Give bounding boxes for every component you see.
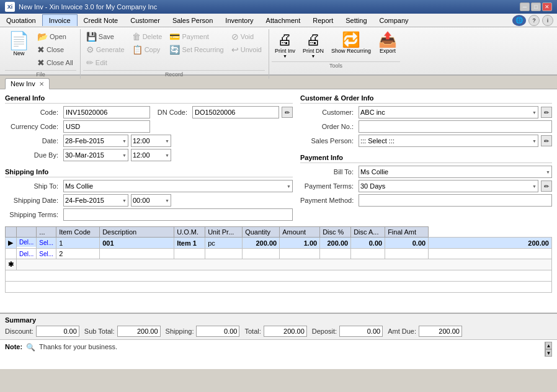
new-button[interactable]: 📄 New (5, 30, 33, 58)
col-final-amt: Final Amt (385, 227, 429, 238)
shipping-input[interactable] (196, 326, 239, 337)
print-inv-label: Print Inv (275, 48, 295, 54)
set-recurring-button[interactable]: 🔄 Set Recurring (166, 43, 226, 56)
row-sel-1[interactable]: Sel... (37, 238, 56, 249)
due-by-select[interactable]: 30-Mar-2015 (63, 149, 128, 161)
tab-new-inv[interactable]: New Inv ✕ (5, 78, 50, 89)
payment-method-input[interactable] (359, 194, 552, 207)
menu-quotation[interactable]: Quotation (0, 15, 42, 26)
ship-to-select[interactable]: Ms Collie (63, 180, 293, 192)
menu-invoice[interactable]: Invoice (42, 14, 78, 26)
delete-button[interactable]: 🗑 Delete (129, 30, 166, 43)
customer-row: Customer: ABC inc ✏ (300, 106, 552, 118)
close-window-button[interactable]: ✕ (542, 2, 552, 11)
payment-button[interactable]: 💳 Payment (166, 30, 226, 43)
add-row[interactable]: ✱ (6, 259, 552, 270)
print-inv-button[interactable]: 🖨 Print Inv ▼ (272, 30, 298, 60)
currency-input[interactable] (63, 120, 150, 133)
shipping-time-select[interactable]: 00:00 (131, 194, 171, 207)
shipping-date-select[interactable]: 24-Feb-2015 (63, 194, 128, 207)
close-all-button[interactable]: ✖ Close All (34, 56, 76, 69)
void-button[interactable]: ⊘ Void (228, 30, 265, 43)
discount-input[interactable] (36, 326, 79, 337)
total-input[interactable] (264, 326, 307, 337)
bill-to-select[interactable]: Ms Collie (359, 166, 552, 178)
code-row: Code: DN Code: ✏ (5, 106, 293, 118)
export-button[interactable]: 📤 Export (375, 30, 400, 56)
payment-method-label: Payment Method: (300, 197, 356, 204)
empty-row (6, 282, 552, 293)
amt-due-label: Amt Due: (388, 327, 416, 335)
customer-select[interactable]: ABC inc (359, 106, 538, 118)
row-del-2[interactable]: Del... (17, 249, 37, 259)
customer-edit-icon[interactable]: ✏ (541, 107, 552, 118)
minimize-button[interactable]: ─ (520, 2, 530, 11)
copy-button[interactable]: 📋 Copy (129, 43, 166, 56)
form-columns: General Info Code: DN Code: ✏ Currency C… (5, 94, 552, 223)
close-all-icon: ✖ (37, 58, 45, 68)
shipping-terms-input[interactable] (63, 208, 293, 221)
ribbon-group-tools: 🖨 Print Inv ▼ 🖨 Print DN ▼ 🔁 Show Recurr… (269, 29, 404, 70)
due-by-time-select[interactable]: 12:00 (131, 149, 171, 161)
export-icon: 📤 (378, 32, 397, 47)
dn-code-input[interactable] (192, 106, 279, 118)
sales-person-select[interactable]: ::: Select ::: (359, 135, 538, 147)
row-row-num-2: 2 (56, 249, 100, 259)
currency-label: Currency Code: (5, 123, 61, 130)
deposit-input[interactable] (339, 326, 383, 337)
scroll-up-button[interactable]: ▲ (545, 342, 552, 349)
date-time-select[interactable]: 12:00 (131, 135, 171, 147)
edit-label: Edit (96, 59, 107, 66)
row-unit-price-2 (243, 249, 280, 259)
menu-sales-person[interactable]: Sales Person (166, 15, 219, 26)
code-input[interactable] (63, 106, 150, 118)
order-no-row: Order No.: (300, 120, 552, 133)
menu-report[interactable]: Report (306, 15, 339, 26)
open-button[interactable]: 📂 Open (34, 30, 76, 43)
tab-label: New Inv (11, 80, 35, 87)
note-scrollbar[interactable]: ▲ ▼ (545, 342, 552, 357)
note-icon[interactable]: 🔍 (26, 342, 35, 352)
help-button[interactable]: ? (528, 15, 540, 26)
menu-inventory[interactable]: Inventory (219, 15, 259, 26)
dn-code-edit-icon[interactable]: ✏ (282, 107, 293, 118)
amt-due-item: Amt Due: (388, 326, 462, 337)
table-row[interactable]: ▶ Del... Sel... 1 001 Item 1 pc 200.00 1… (6, 238, 552, 249)
save-button[interactable]: 💾 Save (83, 30, 128, 43)
row-arrow: ▶ (6, 238, 17, 249)
unvoid-button[interactable]: ↩ Unvoid (228, 43, 265, 56)
order-no-input[interactable] (359, 120, 552, 133)
customer-info-title: Customer & Order Info (300, 94, 552, 104)
del-link-1[interactable]: Del... (19, 239, 33, 246)
info-button[interactable]: i (542, 15, 553, 26)
total-item: Total: (244, 326, 306, 337)
maximize-button[interactable]: □ (531, 2, 541, 11)
sub-total-input[interactable] (117, 326, 161, 337)
amt-due-input[interactable] (419, 326, 462, 337)
scroll-down-button[interactable]: ▼ (545, 349, 552, 357)
menu-credit-note[interactable]: Credit Note (78, 15, 125, 26)
copy-label: Copy (145, 46, 161, 53)
payment-terms-edit-icon[interactable]: ✏ (541, 180, 552, 192)
menu-customer[interactable]: Customer (124, 15, 166, 26)
payment-terms-select[interactable]: 30 Days (359, 180, 538, 192)
menu-company[interactable]: Company (373, 15, 415, 26)
menu-attachment[interactable]: Attachment (260, 15, 307, 26)
tab-close-button[interactable]: ✕ (39, 81, 44, 87)
close-button[interactable]: ✖ Close (34, 43, 76, 56)
close-all-label: Close All (47, 59, 73, 66)
row-quantity-1: 1.00 (280, 238, 320, 249)
row-sel-2[interactable]: Sel... (37, 249, 56, 259)
row-arrow-2 (6, 249, 17, 259)
menu-setting[interactable]: Setting (339, 15, 373, 26)
date-row: Date: 28-Feb-2015 12:00 (5, 135, 293, 147)
print-dn-button[interactable]: 🖨 Print DN ▼ (300, 30, 327, 60)
date-select[interactable]: 28-Feb-2015 (63, 135, 128, 147)
generate-button[interactable]: ⚙ Generate (83, 43, 128, 56)
show-recurring-button[interactable]: 🔁 Show Recurring (328, 30, 374, 56)
table-row[interactable]: Del... Sel... 2 (6, 249, 552, 259)
sales-person-edit-icon[interactable]: ✏ (541, 135, 552, 146)
edit-button[interactable]: ✏ Edit (83, 56, 128, 69)
empty-row (6, 270, 552, 282)
new-label: New (13, 50, 24, 56)
